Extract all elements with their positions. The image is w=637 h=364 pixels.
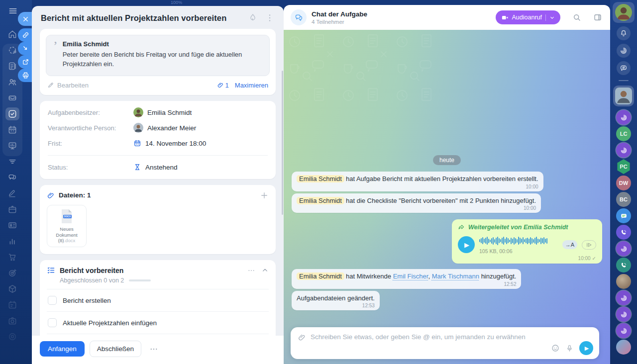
schedule-icon[interactable] — [7, 299, 18, 310]
chat-item-spiral[interactable] — [616, 110, 631, 125]
playback-speed-button[interactable] — [582, 240, 596, 250]
search-icon[interactable] — [572, 13, 581, 22]
chat-item-messages[interactable] — [616, 208, 631, 223]
footer-more-icon[interactable] — [149, 345, 158, 354]
tasks-icon-selected[interactable] — [5, 107, 19, 120]
chat-item-badge[interactable]: BC — [616, 192, 631, 207]
chat-item-phone[interactable] — [616, 258, 631, 273]
share-icon[interactable] — [7, 45, 18, 56]
user-link[interactable]: Emil Fischer — [393, 273, 428, 280]
scrollbar[interactable] — [282, 71, 283, 215]
chat-message-area[interactable]: heute Emilia Schmidthat Aufgabe Bericht … — [284, 30, 610, 364]
message-input[interactable] — [311, 333, 592, 341]
notifications-bell-icon[interactable] — [617, 26, 631, 40]
doodle-pattern — [284, 30, 433, 104]
cart-icon[interactable] — [7, 252, 18, 263]
chats-icon[interactable] — [7, 172, 18, 183]
message-input-box[interactable]: ▶ — [291, 327, 599, 359]
emoji-icon[interactable] — [551, 344, 560, 353]
chat-item-spiral[interactable] — [616, 143, 631, 158]
voice-waveform[interactable] — [479, 235, 558, 246]
checklist-item[interactable]: Aktuelle Projektzahlen einfügen — [47, 312, 269, 334]
checklist-item[interactable]: Bericht erstellen — [47, 289, 269, 312]
edit-button[interactable]: Bearbeiten — [47, 82, 89, 89]
send-button[interactable]: ▶ — [579, 341, 593, 355]
chat-item-badge[interactable]: PC — [616, 159, 631, 174]
chat-item-badge[interactable]: LC — [616, 126, 631, 141]
microphone-icon[interactable] — [565, 344, 574, 353]
paperclip-icon — [47, 191, 55, 199]
transcribe-button[interactable]: →A — [562, 240, 577, 249]
start-button[interactable]: Anfangen — [40, 341, 85, 357]
chat-item-spiral[interactable] — [616, 307, 631, 322]
detail-row-responsible[interactable]: Verantwortliche Person: Alexander Meier — [48, 120, 268, 136]
chat-participants[interactable]: 4 Teilnehmer — [312, 19, 491, 25]
maximize-link[interactable]: Maximieren — [235, 82, 268, 89]
play-button[interactable]: ▶ — [458, 236, 475, 253]
pen-icon[interactable] — [7, 188, 18, 199]
checkbox[interactable] — [48, 318, 57, 327]
checkbox[interactable] — [48, 296, 57, 305]
checklist-progress-label: Abgeschlossen 0 von 2 — [60, 277, 124, 284]
detail-row-deadline[interactable]: Frist: 14. November 18:00 — [48, 136, 268, 151]
calendar-icon[interactable] — [7, 124, 18, 135]
team-icon[interactable] — [7, 77, 18, 88]
attachments-count[interactable]: 1 — [217, 82, 229, 89]
user-link[interactable]: Mark Tischmann — [432, 273, 479, 280]
attach-file-icon[interactable] — [298, 333, 306, 342]
user-avatar-button[interactable] — [613, 2, 635, 23]
mention-chip[interactable]: Emilia Schmidt — [297, 197, 344, 204]
task-scroll-area[interactable]: ’ Emilia Schmidt Peter bereite den Beric… — [32, 28, 284, 336]
home-icon[interactable] — [7, 29, 18, 40]
goals-icon[interactable] — [7, 268, 18, 278]
mention-chip[interactable]: Emilia Schmidt — [297, 175, 344, 182]
description-card: ’ Emilia Schmidt Peter bereite den Beric… — [40, 29, 276, 95]
message-time: 10:00 — [297, 205, 536, 211]
analytics-icon[interactable] — [7, 236, 18, 247]
inbox-icon[interactable] — [7, 92, 18, 103]
open-in-new-button[interactable] — [18, 55, 32, 69]
copy-link-button[interactable] — [18, 28, 32, 42]
close-task-button[interactable] — [18, 12, 32, 26]
chevron-up-icon[interactable] — [261, 267, 269, 274]
add-file-button[interactable] — [260, 191, 269, 200]
panel-toggle-icon[interactable] — [593, 13, 602, 22]
settings-icon[interactable] — [7, 331, 18, 342]
chat-item-phone[interactable] — [616, 225, 631, 240]
checklist-menu-icon[interactable] — [247, 267, 255, 274]
chat-item-spiral[interactable] — [616, 290, 631, 305]
detail-row-owner[interactable]: Aufgabenbesitzer: Emilia Schmidt — [48, 105, 268, 120]
chat-item-avatar[interactable] — [616, 340, 631, 355]
chat-item-spiral[interactable] — [616, 241, 631, 256]
funnel-icon[interactable] — [7, 156, 18, 167]
chat-item-spiral[interactable] — [616, 323, 631, 338]
task-menu-kebab-icon[interactable] — [265, 13, 275, 23]
menu-icon[interactable] — [8, 6, 18, 16]
file-tile-docx[interactable]: DOCX Neues Dokument (8).docx — [47, 205, 87, 248]
chat-item-badge[interactable]: DW — [616, 176, 631, 190]
archive-icon[interactable] — [7, 204, 18, 215]
notes-icon[interactable] — [7, 61, 18, 72]
chat-item-avatar[interactable] — [616, 274, 631, 289]
avatar — [615, 88, 632, 104]
detail-row-status[interactable]: Status: Anstehend — [48, 160, 268, 175]
chat-sync-icon[interactable] — [617, 61, 631, 75]
chevron-down-icon[interactable] — [549, 15, 555, 20]
board-icon[interactable] — [7, 140, 18, 151]
spiral-logo-icon[interactable] — [617, 44, 631, 58]
print-button[interactable] — [18, 69, 32, 82]
audio-call-button[interactable]: Audioanruf — [496, 10, 560, 24]
system-message: Aufgabendateien geändert. 12:53 — [292, 291, 380, 311]
task-title: Bericht mit aktuellen Projektzahlen vorb… — [41, 13, 241, 23]
flame-icon[interactable] — [248, 13, 258, 23]
camera-icon[interactable] — [7, 315, 18, 326]
quote-author: Emilia Schmidt — [63, 40, 262, 48]
products-icon[interactable] — [7, 283, 18, 294]
forwarded-label[interactable]: Weitergeleitet von Emilia Schmidt — [458, 224, 596, 231]
contacts-icon[interactable] — [7, 220, 18, 231]
collapse-button[interactable] — [18, 42, 32, 55]
avatar-alexander — [133, 123, 143, 133]
complete-button[interactable]: Abschließen — [90, 341, 141, 357]
chat-item-selected[interactable] — [613, 86, 634, 106]
mention-chip[interactable]: Emilia Schmidt — [297, 273, 344, 280]
